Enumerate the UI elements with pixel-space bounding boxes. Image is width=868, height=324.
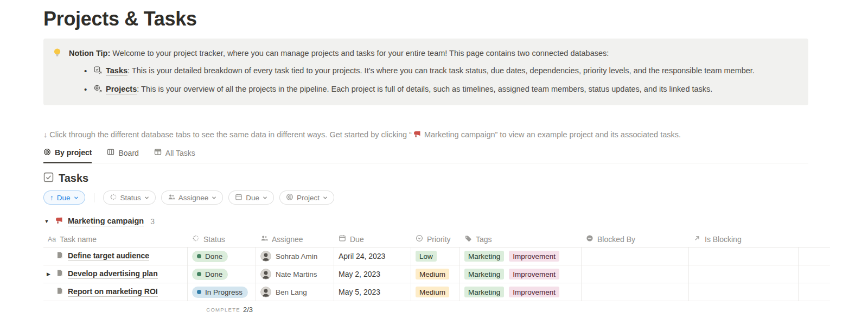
due-cell[interactable]: April 24, 2023 [334,247,411,265]
table-icon [154,148,162,157]
projects-bullet-text: : This is your overview of all the proje… [137,85,712,93]
column-label: Blocked By [597,235,635,244]
task-link[interactable]: Develop advertising plan [68,269,158,279]
tab-label: All Tasks [165,149,195,157]
due-date: May 2, 2023 [339,270,380,278]
tag-pill: Marketing [464,269,504,279]
table-row: Define target audience Done Sohrab Amin … [43,247,830,265]
calendar-icon [235,193,242,202]
filter-project-button[interactable]: Project [279,190,334,205]
tag-icon [464,234,472,244]
table-gutter [799,231,830,247]
group-name-link[interactable]: Marketing campaign [68,217,144,226]
status-cell[interactable]: In Progress [188,283,256,301]
column-header-is-blocking[interactable]: Is Blocking [689,231,799,247]
task-name-cell[interactable]: Report on marketing ROI [43,283,188,301]
status-label: In Progress [205,288,242,296]
is-blocking-cell[interactable] [689,247,799,265]
page-icon [56,269,63,279]
tab-all-tasks[interactable]: All Tasks [154,147,195,163]
assignee-cell[interactable]: Nate Martins [256,265,334,283]
filter-label: Status [120,194,141,202]
is-blocking-cell[interactable] [689,265,799,283]
task-name-cell[interactable]: ▶Develop advertising plan [43,265,188,283]
priority-cell[interactable]: Low [411,247,460,265]
priority-pill: Medium [416,287,449,297]
tasks-database-link[interactable]: Tasks [106,66,127,76]
status-dot-icon [197,272,201,276]
filter-toolbar: ↑ Due Status Assignee Due Project [43,190,868,205]
filter-due-button[interactable]: Due [228,190,274,205]
assignee-cell[interactable]: Ben Lang [256,283,334,301]
filter-assignee-button[interactable]: Assignee [161,190,224,205]
notion-page: Projects & Tasks Notion Tip: Welcome to … [0,7,868,315]
complete-calculation[interactable]: COMPLETE 2/3 [188,301,256,315]
due-cell[interactable]: May 5, 2023 [334,283,411,301]
checkbox-icon [43,172,54,185]
tags-cell[interactable]: MarketingImprovement [460,265,582,283]
tab-label: Board [118,149,138,157]
page-icon [56,287,63,297]
task-link[interactable]: Report on marketing ROI [68,287,158,297]
task-link[interactable]: Define target audience [68,251,149,261]
chevron-down-icon [263,194,267,202]
priority-cell[interactable]: Medium [411,265,460,283]
sort-label: Due [57,194,71,202]
sort-due-button[interactable]: ↑ Due [43,190,85,205]
tasks-table: AaTask name Status Assignee Due Priority… [43,231,830,315]
tab-by-project[interactable]: By project [43,147,92,163]
callout-intro-text: Welcome to your project tracker, where y… [110,49,609,58]
column-header-tags[interactable]: Tags [460,231,582,247]
tasks-database-icon [94,66,102,78]
status-cell[interactable]: Done [188,265,256,283]
tags-cell[interactable]: MarketingImprovement [460,247,582,265]
blocked-by-cell[interactable] [582,247,689,265]
toolbar-divider [94,193,94,202]
chevron-down-icon [212,194,216,202]
assignee-name: Sohrab Amin [276,252,317,261]
tags-cell[interactable]: MarketingImprovement [460,283,582,301]
column-label: Tags [476,235,492,244]
priority-cell[interactable]: Medium [411,283,460,301]
column-header-status[interactable]: Status [188,231,256,247]
priority-pill: Low [416,251,437,262]
row-expand-toggle[interactable]: ▶ [47,271,56,277]
instruction-text: ↓ Click through the different database t… [43,129,868,142]
filter-label: Project [297,194,320,202]
column-header-assignee[interactable]: Assignee [256,231,334,247]
instruction-before: ↓ Click through the different database t… [43,130,412,139]
priority-pill: Medium [416,269,449,279]
status-pill: Done [192,251,228,262]
task-name-cell[interactable]: Define target audience [43,247,188,265]
blocked-icon [586,234,593,244]
filter-status-button[interactable]: Status [103,190,156,205]
column-label: Assignee [272,235,303,244]
column-label: Is Blocking [705,235,742,244]
column-label: Priority [427,235,451,244]
triangle-down-icon[interactable]: ▼ [43,219,50,224]
tag-pill: Improvement [509,251,559,262]
tag-pill: Improvement [509,287,559,297]
blocked-by-cell[interactable] [582,265,689,283]
page-icon [56,251,63,261]
target-icon [43,148,51,157]
is-blocking-cell[interactable] [689,283,799,301]
assignee-cell[interactable]: Sohrab Amin [256,247,334,265]
status-label: Done [205,252,222,261]
column-header-blocked-by[interactable]: Blocked By [582,231,689,247]
column-header-due[interactable]: Due [334,231,411,247]
tab-board[interactable]: Board [107,147,138,163]
text-icon: Aa [48,236,56,243]
column-label: Task name [60,235,97,244]
projects-database-link[interactable]: Projects [106,85,137,94]
column-header-priority[interactable]: Priority [411,231,460,247]
chevron-down-icon [74,194,79,202]
blocked-by-cell[interactable] [582,283,689,301]
status-cell[interactable]: Done [188,247,256,265]
column-header-task-name[interactable]: AaTask name [43,231,188,247]
due-cell[interactable]: May 2, 2023 [334,265,411,283]
column-label: Due [350,235,364,244]
filter-label: Due [246,194,259,202]
avatar [260,251,271,262]
callout-intro: Notion Tip: Welcome to your project trac… [69,48,755,59]
